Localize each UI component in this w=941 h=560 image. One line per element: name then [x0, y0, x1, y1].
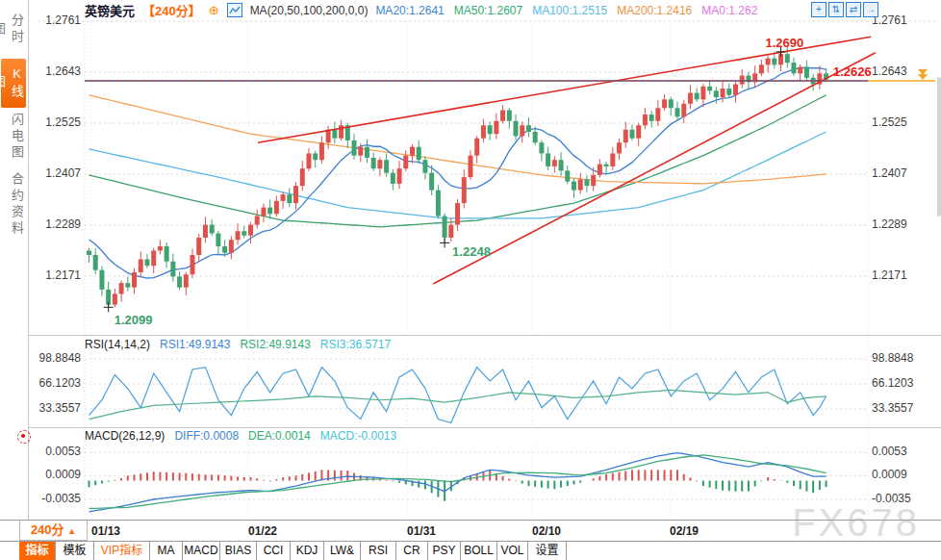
x-axis-label-0: 01/13	[91, 524, 120, 538]
main-y-axis-label-left: 1.2289	[35, 217, 81, 231]
x-axis-label-4: 02/19	[670, 524, 699, 538]
watermark: FX678	[792, 501, 920, 545]
main-y-axis-label-left: 1.2761	[35, 13, 81, 27]
chart-control-icon-0[interactable]: +	[811, 2, 827, 17]
rsi-value-2: RSI3:36.5717	[320, 338, 391, 351]
sidebar-item-contract-info[interactable]: 合约资料	[1, 169, 26, 240]
main-y-axis-label-right: 1.2525	[872, 115, 907, 129]
add-indicator-icon[interactable]: ⊕	[209, 3, 219, 17]
macd-legend: MACD(26,12,9) DIFF:0.0008DEA:0.0014MACD:…	[85, 429, 406, 443]
chevron-up-icon: ▲	[67, 526, 76, 536]
toolbar-button-10[interactable]: CR	[396, 542, 428, 560]
chart-control-icon-1[interactable]: ⇅	[828, 2, 844, 17]
chart-application-window: 分时图 K线图 闪电图 合约资料 英镑美元 【240分】 ⊕ MA(20,50,…	[0, 0, 941, 560]
toolbar-button-1[interactable]: 模板	[56, 542, 94, 560]
macd-value-0: DIFF:0.0008	[174, 429, 239, 443]
main-y-axis-label-right: 1.2643	[872, 64, 907, 78]
axis-divider	[0, 520, 941, 521]
rsi-y-axis-label-right: 33.3557	[872, 401, 913, 415]
scroll-to-latest-icon[interactable]	[918, 74, 928, 80]
sidebar-item-candle-chart[interactable]: K线图	[1, 59, 26, 108]
timeframe-selector[interactable]: 240分 ▲	[19, 521, 88, 541]
main-y-axis-label-left: 1.2643	[35, 64, 81, 78]
macd-y-axis-label-right: 0.0009	[872, 468, 907, 481]
toolbar-button-11[interactable]: PSY	[428, 542, 461, 560]
price-annotation: 1.2690	[766, 36, 804, 50]
price-annotation: 1.2626	[833, 64, 872, 79]
main-y-axis-label-left: 1.2525	[35, 115, 81, 129]
macd-y-axis-label-left: 0.0053	[31, 445, 81, 458]
rsi-y-axis-label-right: 66.1203	[872, 376, 913, 390]
macd-y-axis-label-right: 0.0053	[872, 445, 907, 458]
toolbar-button-0[interactable]: 指标	[19, 542, 56, 560]
ma-settings-icon[interactable]	[227, 3, 242, 17]
rsi-y-axis-label-left: 66.1203	[31, 376, 81, 390]
macd-value-2: MACD:-0.0013	[320, 429, 396, 443]
toolbar-button-14[interactable]: 设置	[528, 542, 567, 560]
toolbar-button-3[interactable]: MA	[150, 542, 183, 560]
chart-header: 英镑美元 【240分】 ⊕ MA(20,50,100,200,0,0) MA20…	[85, 2, 767, 18]
macd-y-axis-label-right: -0.0035	[872, 492, 911, 505]
macd-y-axis-label-left: 0.0009	[31, 468, 81, 481]
rsi-value-1: RSI2:49.9143	[240, 338, 310, 351]
main-y-axis-label-right: 1.2407	[872, 166, 907, 180]
ma-value-4: MA0:1.262	[701, 4, 757, 17]
right-scrollbar[interactable]	[937, 77, 941, 216]
main-y-axis-label-right: 1.2171	[872, 268, 907, 282]
timeframe-value: 240分	[31, 522, 64, 537]
rsi-value-0: RSI1:49.9143	[160, 338, 230, 351]
rsi-legend: RSI(14,14,2) RSI1:49.9143RSI2:49.9143RSI…	[85, 338, 400, 351]
toolbar-button-12[interactable]: BOLL	[461, 542, 497, 560]
ma-value-2: MA100:1.2515	[532, 4, 607, 17]
price-annotation: 1.2099	[114, 313, 153, 327]
toolbar-button-2[interactable]: VIP指标	[94, 542, 150, 560]
ma-params-label: MA(20,50,100,200,0,0)	[250, 4, 369, 17]
macd-value-1: DEA:0.0014	[248, 429, 311, 443]
alert-dot-icon[interactable]	[17, 430, 31, 444]
ma-values: MA20:1.2641MA50:1.2607MA100:1.2515MA200:…	[375, 4, 767, 17]
chart-control-icon-2[interactable]: ⇄	[846, 2, 861, 17]
x-axis-label-1: 01/22	[248, 524, 277, 538]
macd-values: DIFF:0.0008DEA:0.0014MACD:-0.0013	[174, 429, 406, 443]
sidebar-item-lightning-chart[interactable]: 闪电图	[1, 113, 26, 162]
ma-value-3: MA200:1.2416	[617, 4, 692, 17]
panel-divider	[0, 427, 941, 428]
symbol-name: 英镑美元	[85, 1, 135, 19]
rsi-y-axis-label-right: 98.8848	[872, 351, 913, 365]
panel-divider	[0, 335, 941, 336]
macd-params-label: MACD(26,12,9)	[85, 429, 165, 443]
toolbar-button-4[interactable]: MACD	[183, 542, 220, 560]
main-y-axis-label-left: 1.2407	[35, 166, 81, 180]
ma-value-0: MA20:1.2641	[375, 4, 444, 17]
toolbar-button-8[interactable]: LW&	[324, 542, 361, 560]
main-y-axis-label-left: 1.2171	[35, 268, 81, 282]
macd-y-axis-label-left: -0.0035	[31, 492, 81, 505]
price-annotation: 1.2248	[452, 244, 491, 259]
rsi-values: RSI1:49.9143RSI2:49.9143RSI3:36.5717	[160, 338, 400, 351]
x-axis-label-2: 01/31	[407, 524, 436, 538]
rsi-y-axis-label-left: 33.3557	[31, 401, 81, 415]
rsi-y-axis-label-left: 98.8848	[31, 351, 81, 365]
toolbar-button-7[interactable]: KDJ	[291, 542, 324, 560]
indicator-toolbar: 指标模板VIP指标MAMACDBIASCCIKDJLW&RSICRPSYBOLL…	[19, 541, 567, 560]
chart-window-controls: +⇅⇄→	[811, 2, 878, 17]
toolbar-button-13[interactable]: VOL	[497, 542, 528, 560]
x-axis-label-3: 02/10	[532, 524, 561, 538]
sidebar-item-time-chart[interactable]: 分时图	[1, 6, 26, 54]
main-chart[interactable]	[0, 0, 941, 560]
ma-value-1: MA50:1.2607	[454, 4, 522, 17]
timeframe-label: 【240分】	[142, 1, 201, 19]
toolbar-button-6[interactable]: CCI	[257, 542, 291, 560]
toolbar-button-5[interactable]: BIAS	[220, 542, 257, 560]
main-y-axis-label-right: 1.2289	[872, 217, 907, 231]
rsi-params-label: RSI(14,14,2)	[85, 338, 150, 351]
chart-control-icon-3[interactable]: →	[863, 2, 878, 17]
toolbar-button-9[interactable]: RSI	[361, 542, 396, 560]
